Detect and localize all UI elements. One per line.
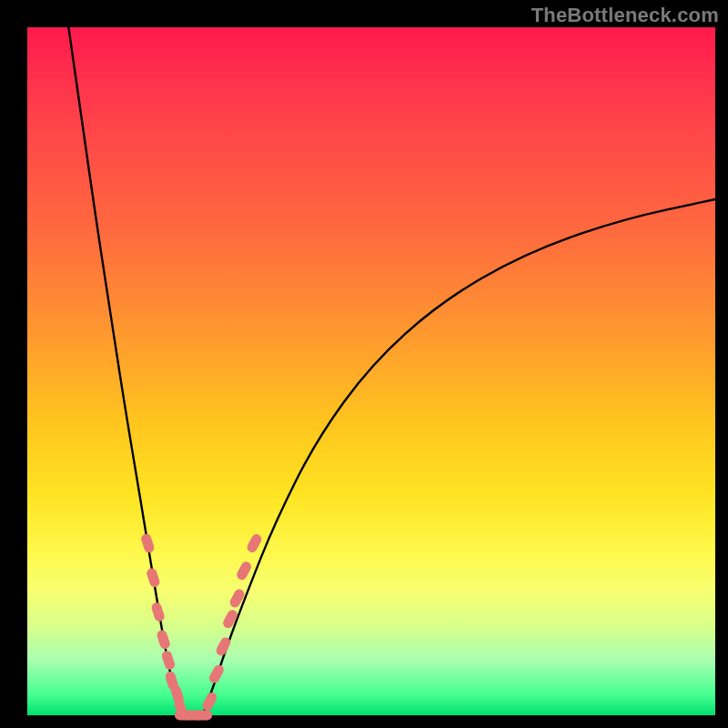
data-marker: [215, 636, 231, 656]
data-marker: [161, 650, 176, 670]
data-marker: [201, 692, 217, 712]
data-marker: [246, 533, 262, 553]
series-left-curve: [68, 27, 184, 715]
data-marker: [194, 711, 212, 720]
data-marker: [157, 630, 171, 650]
data-marker: [140, 533, 155, 553]
marker-group: [140, 533, 262, 720]
watermark-label: TheBottleneck.com: [531, 4, 719, 27]
data-marker: [208, 663, 225, 683]
curve-group: [68, 27, 715, 715]
data-marker: [147, 568, 161, 588]
data-marker: [236, 561, 252, 581]
chart-svg: [27, 27, 715, 715]
series-right-curve: [203, 199, 715, 715]
chart-frame: TheBottleneck.com: [0, 0, 728, 728]
data-marker: [151, 602, 166, 622]
plot-area: [27, 27, 715, 715]
